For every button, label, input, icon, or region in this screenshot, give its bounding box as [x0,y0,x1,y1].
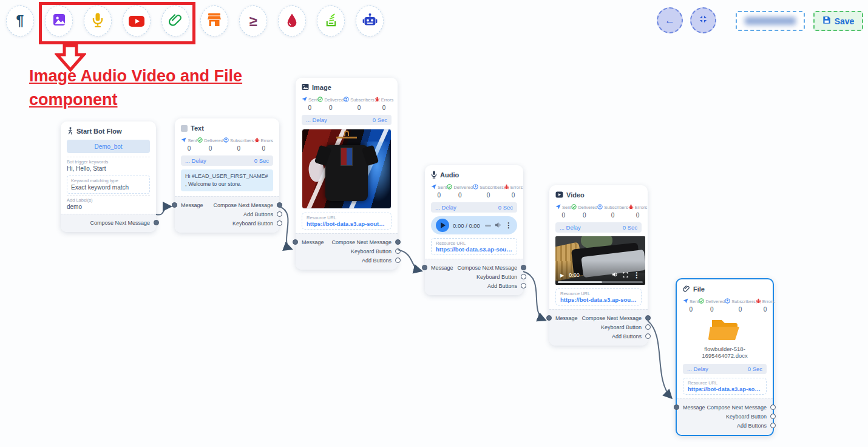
component-stack-button[interactable] [317,5,345,36]
compose-next-message-port[interactable] [395,239,401,245]
blurred-label [745,17,796,25]
video-menu-dots-icon[interactable]: ⋮ [633,271,640,279]
resource-url-link[interactable]: https://bot-data.s3.ap-southeast-1.wasab… [560,296,637,303]
resource-url-link[interactable]: https://bot-data.s3.ap-southeast-1.wasab… [688,386,762,392]
keyboard-button-port[interactable] [395,248,401,254]
component-ecommerce-button[interactable] [200,5,228,36]
subscribers-label: Subscribers [350,97,375,103]
add-buttons-port[interactable] [277,211,282,217]
compose-next-message-port[interactable] [645,315,651,321]
node-file[interactable]: File Sent0 Delivered0 Subscribers0 Error… [676,278,774,436]
node-start-bot-flow[interactable]: Start Bot Flow Demo_bot Bot trigger keyw… [61,121,156,232]
resource-url-label: Resource URL [560,291,637,296]
errors-label: Errors [762,299,775,304]
flow-builder-canvas[interactable]: ¶ ≥ Image Audio Video and File component… [0,0,868,447]
add-buttons-label: Add Buttons [362,258,392,264]
component-condition-button[interactable]: ≥ [239,5,267,36]
delay-row[interactable]: ... Delay 0 Sec [555,222,642,233]
node-text[interactable]: Text Sent0 Delivered0 Subscribers0 Error… [175,118,279,233]
component-droplet-button[interactable] [278,5,306,36]
keyboard-button-port[interactable] [521,274,526,279]
message-text-box[interactable]: Hi #LEAD_USER_FIRST_NAME# , Welcome to o… [181,169,273,191]
errors-value: 0 [375,104,393,111]
errors-bug-icon [504,184,509,191]
add-buttons-port[interactable] [395,258,401,263]
errors-label: Errors [261,138,273,143]
sent-label: Sent [690,299,699,304]
keyboard-button-port[interactable] [645,324,651,330]
fit-view-button[interactable] [690,7,716,33]
message-port[interactable] [546,315,552,321]
delay-value: 0 Sec [498,204,513,211]
audio-progress-track[interactable] [485,225,491,227]
add-buttons-port[interactable] [521,283,526,288]
sent-icon [302,97,307,103]
node-video[interactable]: Video Sent0 Delivered0 Subscribers0 Erro… [549,185,648,346]
delivered-icon [447,184,452,191]
compose-next-message-port[interactable] [521,265,526,270]
add-labels-field[interactable]: Add Label(s) demo [67,195,150,213]
component-bot-button[interactable] [356,5,384,36]
add-buttons-port[interactable] [645,333,651,339]
video-fullscreen-icon[interactable] [623,272,628,279]
keyword-matching-field[interactable]: Keyword matching type Exact keyword matc… [67,176,150,194]
volume-icon[interactable] [495,220,501,231]
save-button-label: Save [835,16,855,26]
audio-player[interactable]: 0:00 / 0:00 ⋮ [431,216,517,234]
add-buttons-label: Add Buttons [243,211,273,217]
robot-icon [362,13,378,29]
audio-menu-dots-icon[interactable]: ⋮ [505,221,512,230]
add-buttons-port[interactable] [770,423,776,428]
delay-row[interactable]: ... Delay 0 Sec [683,364,767,374]
compose-next-message-port[interactable] [154,220,159,225]
component-video-button[interactable] [123,5,151,36]
delay-label: ... Delay [687,366,708,372]
message-port[interactable] [172,202,177,208]
bot-name-chip[interactable]: Demo_bot [67,140,150,153]
keyboard-button-port[interactable] [770,414,776,419]
compose-next-message-port[interactable] [770,404,776,410]
floppy-disk-icon [822,16,831,26]
delay-row[interactable]: ... Delay 0 Sec [181,155,273,166]
keyboard-button-label: Keyboard Button [351,248,392,254]
delivered-label: Delivered [578,205,597,210]
video-volume-icon[interactable] [612,271,618,279]
node-audio[interactable]: Audio Sent0 Delivered0 Subscribers0 Erro… [425,165,523,295]
component-audio-button[interactable] [84,5,112,36]
video-player[interactable]: ▶ 0:00 ⋮ [555,236,645,285]
component-text-button[interactable]: ¶ [6,5,34,36]
message-port[interactable] [422,265,427,270]
stats-row: Sent0 Delivered0 Subscribers0 Errors0 [302,96,392,111]
node-image[interactable]: Image Sent0 Delivered0 Subscribers0 Erro… [296,78,398,270]
delay-row[interactable]: ... Delay 0 Sec [431,202,517,213]
play-button[interactable] [436,219,449,232]
message-port[interactable] [293,239,298,245]
errors-bug-icon [756,298,761,305]
errors-label: Errors [510,185,523,190]
walking-person-icon [67,127,73,136]
image-preview[interactable] [302,129,392,209]
image-icon [52,13,66,29]
video-progress-bar[interactable] [558,281,643,283]
resource-url-link[interactable]: https://bot-data.s3.ap-southeast-1.wasab… [436,246,512,253]
message-port[interactable] [674,404,679,410]
youtube-icon [129,16,144,27]
annotation-heading-line1: Image Audio Video and File [29,64,242,88]
video-play-icon[interactable]: ▶ [560,273,564,278]
compose-next-message-label: Compose Next Message [581,315,642,321]
trigger-keywords-field[interactable]: Bot trigger keywords Hi, Hello, Start [67,157,150,174]
sent-label: Sent [562,205,571,210]
add-buttons-label: Add Buttons [612,333,642,340]
paperclip-small-icon [683,285,690,293]
delay-label: ... Delay [435,204,456,211]
delay-row[interactable]: ... Delay 0 Sec [302,115,392,125]
blurred-action-button[interactable] [736,11,805,31]
compose-next-message-port[interactable] [277,202,282,208]
sent-value: 0 [431,192,447,199]
save-button[interactable]: Save [813,11,863,31]
component-file-button[interactable] [161,5,189,36]
resource-url-link[interactable]: https://bot-data.s3.ap-southeast-1.wasab… [307,220,387,227]
component-image-button[interactable] [45,5,73,36]
keyboard-button-port[interactable] [277,220,282,226]
back-button[interactable]: ← [657,7,683,33]
